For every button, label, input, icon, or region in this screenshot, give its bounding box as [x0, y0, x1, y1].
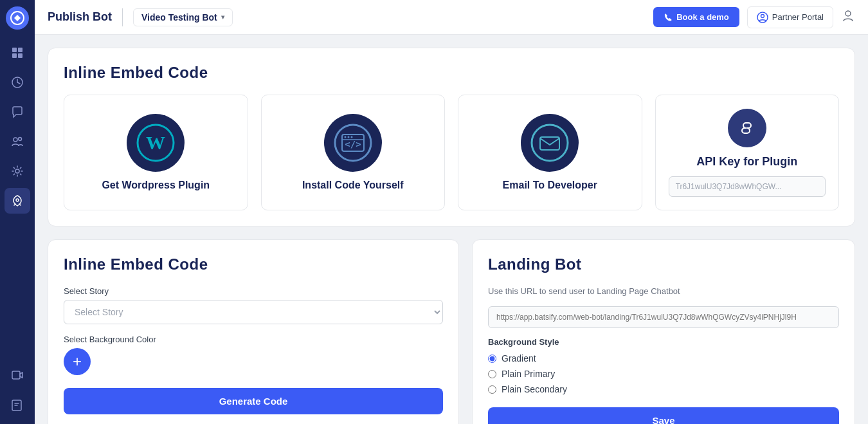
partner-portal-label: Partner Portal: [772, 12, 824, 22]
svg-point-13: [845, 11, 851, 16]
radio-gradient[interactable]: Gradient: [488, 353, 839, 364]
svg-point-8: [15, 169, 19, 173]
api-key-card: API Key for Plugin: [655, 95, 840, 210]
landing-bot-card: Landing Bot Use this URL to send user to…: [472, 239, 855, 424]
sidebar-item-chat[interactable]: [5, 99, 30, 125]
inline-embed-title: Inline Embed Code: [64, 255, 443, 273]
select-background-label: Select Background Color: [64, 335, 443, 344]
header-actions: Book a demo Partner Portal: [653, 6, 855, 28]
sidebar-item-users[interactable]: [5, 129, 30, 154]
sidebar-item-settings[interactable]: [5, 158, 30, 184]
svg-point-22: [347, 136, 349, 138]
api-key-icon: [728, 109, 766, 147]
sidebar-item-grid[interactable]: [5, 40, 30, 66]
partner-portal-button[interactable]: Partner Portal: [747, 6, 833, 28]
landing-bot-url-input[interactable]: [488, 306, 839, 328]
header: Publish Bot Video Testing Bot ▾ Book a d…: [35, 0, 868, 35]
sidebar-item-book[interactable]: [5, 392, 30, 418]
radio-plain-primary-label: Plain Primary: [502, 369, 555, 379]
api-key-input[interactable]: [669, 176, 826, 197]
link-icon: [738, 119, 756, 137]
book-demo-label: Book a demo: [676, 12, 729, 22]
radio-plain-secondary-label: Plain Secondary: [502, 384, 567, 394]
install-code-card-label: Install Code Yourself: [302, 180, 404, 191]
svg-point-25: [528, 121, 572, 165]
sidebar-item-video[interactable]: [5, 362, 30, 388]
save-button[interactable]: Save: [488, 407, 839, 424]
svg-rect-4: [18, 53, 23, 58]
email-icon-circle: [521, 114, 579, 172]
inline-embed-card: Inline Embed Code Select Story Select St…: [48, 239, 459, 424]
sidebar-item-clock[interactable]: [5, 69, 30, 95]
generate-code-button[interactable]: Generate Code: [64, 388, 443, 414]
radio-plain-primary-input[interactable]: [488, 370, 496, 378]
radio-plain-primary[interactable]: Plain Primary: [488, 369, 839, 379]
sidebar-logo[interactable]: [6, 6, 29, 30]
bot-name: Video Testing Bot: [141, 12, 217, 23]
svg-point-12: [761, 14, 764, 17]
code-icon: </>: [330, 120, 375, 165]
header-divider: [122, 8, 123, 26]
svg-point-23: [350, 136, 352, 138]
svg-point-7: [19, 138, 22, 141]
plus-icon: +: [73, 353, 82, 371]
svg-text:</>: </>: [345, 139, 361, 149]
radio-plain-secondary[interactable]: Plain Secondary: [488, 384, 839, 394]
radio-plain-secondary-input[interactable]: [488, 385, 496, 394]
background-style-label: Background Style: [488, 337, 839, 347]
wordpress-card[interactable]: W Get Wordpress Plugin: [64, 95, 248, 210]
top-section-title: Inline Embed Code: [64, 64, 839, 82]
radio-gradient-label: Gradient: [502, 353, 536, 364]
add-color-button[interactable]: +: [64, 348, 91, 375]
generate-code-label: Generate Code: [219, 396, 288, 407]
sidebar: [0, 0, 35, 424]
select-story-label: Select Story: [64, 286, 443, 296]
wordpress-icon: W: [133, 120, 178, 165]
phone-icon: [664, 13, 673, 22]
api-key-title: API Key for Plugin: [696, 155, 797, 169]
chevron-down-icon: ▾: [221, 14, 224, 21]
content-area: Inline Embed Code W Get Wordpress Plugin: [35, 35, 868, 424]
radio-group: Gradient Plain Primary Plain Secondary: [488, 353, 839, 394]
email-icon: [527, 120, 572, 165]
wordpress-card-label: Get Wordpress Plugin: [102, 180, 210, 191]
landing-bot-subtitle: Use this URL to send user to Landing Pag…: [488, 286, 839, 296]
book-demo-button[interactable]: Book a demo: [653, 7, 739, 27]
user-button[interactable]: [841, 8, 855, 26]
radio-gradient-input[interactable]: [488, 355, 496, 363]
svg-point-6: [14, 138, 17, 142]
svg-rect-1: [12, 48, 17, 52]
bottom-row: Inline Embed Code Select Story Select St…: [48, 239, 855, 424]
sidebar-bottom: [5, 362, 30, 418]
embed-options-row: W Get Wordpress Plugin: [64, 95, 839, 210]
email-developer-card[interactable]: Email To Developer: [458, 95, 642, 210]
top-card: Inline Embed Code W Get Wordpress Plugin: [48, 48, 855, 226]
main-container: Publish Bot Video Testing Bot ▾ Book a d…: [35, 0, 868, 424]
bot-selector[interactable]: Video Testing Bot ▾: [133, 8, 233, 26]
sidebar-item-rocket[interactable]: [5, 188, 30, 214]
svg-text:W: W: [146, 132, 165, 153]
wordpress-icon-circle: W: [127, 114, 185, 172]
svg-rect-2: [18, 48, 23, 52]
landing-bot-title: Landing Bot: [488, 255, 839, 273]
install-code-card[interactable]: </> Install Code Yourself: [261, 95, 446, 210]
brand-name: Publish Bot: [48, 10, 112, 24]
install-icon-circle: </>: [324, 114, 382, 172]
partner-icon: [757, 12, 768, 23]
email-developer-card-label: Email To Developer: [503, 180, 597, 191]
svg-rect-10: [12, 371, 20, 379]
save-button-label: Save: [652, 415, 674, 424]
svg-point-21: [344, 136, 346, 138]
select-story-dropdown[interactable]: Select Story: [64, 300, 443, 324]
svg-point-9: [16, 199, 19, 201]
svg-rect-3: [12, 53, 17, 58]
